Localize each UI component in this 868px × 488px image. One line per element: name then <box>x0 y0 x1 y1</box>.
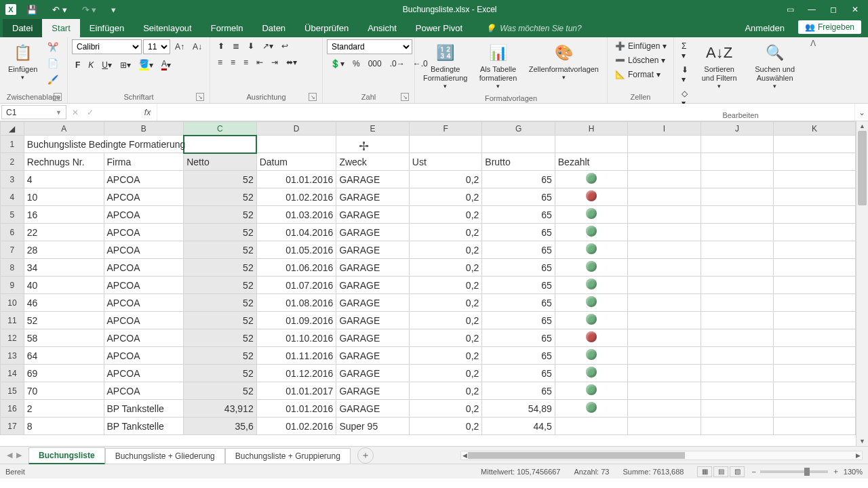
tab-home[interactable]: Start <box>42 19 79 37</box>
cell-F14[interactable]: 0,2 <box>409 365 481 382</box>
sort-filter-button[interactable]: A↓Z Sortieren und Filtern▾ <box>694 39 744 93</box>
cell-A12[interactable]: 58 <box>24 329 104 347</box>
cell-K11[interactable] <box>774 312 856 329</box>
cell-A9[interactable]: 40 <box>24 277 104 294</box>
cell-F13[interactable]: 0,2 <box>409 347 481 365</box>
row-header-14[interactable]: 14 <box>1 365 24 382</box>
cell-E8[interactable]: GARAGE <box>336 259 409 277</box>
cell-E17[interactable]: Super 95 <box>336 418 409 435</box>
orientation-button[interactable]: ↗▾ <box>259 39 277 53</box>
currency-button[interactable]: 💲▾ <box>327 57 348 70</box>
cell-G3[interactable]: 65 <box>482 171 555 188</box>
cell-D14[interactable]: 01.12.2016 <box>256 365 336 382</box>
tab-formulas[interactable]: Formeln <box>201 19 253 37</box>
cell-K5[interactable] <box>774 206 856 224</box>
cell-G16[interactable]: 54,89 <box>482 400 555 418</box>
qat-redo-button[interactable]: ↷ ▾ <box>79 3 100 17</box>
align-center-button[interactable]: ≡ <box>227 56 239 69</box>
align-top-button[interactable]: ⬆ <box>214 39 228 53</box>
cell-G15[interactable]: 65 <box>482 382 555 400</box>
cell-K1[interactable] <box>774 136 856 153</box>
cell-I6[interactable] <box>628 224 701 241</box>
cell-I12[interactable] <box>628 329 701 347</box>
cell-G7[interactable]: 65 <box>482 241 555 259</box>
sheet-tab-3[interactable]: Buchungsliste + Gruppierung <box>225 448 351 464</box>
cell-I17[interactable] <box>628 418 701 435</box>
cell-C11[interactable]: 52 <box>184 312 256 329</box>
cell-A6[interactable]: 22 <box>24 224 104 241</box>
cell-J7[interactable] <box>701 241 773 259</box>
align-middle-button[interactable]: ≣ <box>229 39 243 53</box>
cell-B11[interactable]: APCOA <box>104 312 184 329</box>
cell-I9[interactable] <box>628 277 701 294</box>
row-header-16[interactable]: 16 <box>1 400 24 418</box>
cell-A1[interactable]: Buchungsliste Bedingte Formatierung <box>24 136 104 153</box>
cell-I7[interactable] <box>628 241 701 259</box>
cell-K3[interactable] <box>774 171 856 188</box>
cell-A17[interactable]: 8 <box>24 418 104 435</box>
tab-file[interactable]: Datei <box>3 19 42 37</box>
qat-customize-button[interactable]: ▾ <box>108 3 119 17</box>
maximize-button[interactable]: ◻ <box>823 3 844 16</box>
column-header-D[interactable]: D <box>256 122 336 136</box>
cell-K10[interactable] <box>774 294 856 312</box>
horizontal-scrollbar[interactable]: ◀ ▶ <box>460 451 863 460</box>
format-painter-button[interactable]: 🖌️ <box>44 72 62 87</box>
fill-color-button[interactable]: 🪣▾ <box>136 57 157 73</box>
cell-A3[interactable]: 4 <box>24 171 104 188</box>
vertical-scroll-thumb[interactable] <box>858 131 867 205</box>
cell-B4[interactable]: APCOA <box>104 188 184 206</box>
row-header-15[interactable]: 15 <box>1 382 24 400</box>
cell-H15[interactable] <box>555 382 627 400</box>
cell-H11[interactable] <box>555 312 627 329</box>
cell-C9[interactable]: 52 <box>184 277 256 294</box>
cell-E11[interactable]: GARAGE <box>336 312 409 329</box>
cell-G17[interactable]: 44,5 <box>482 418 555 435</box>
cell-F9[interactable]: 0,2 <box>409 277 481 294</box>
cell-I15[interactable] <box>628 382 701 400</box>
alignment-dialog-launcher[interactable]: ↘ <box>309 93 317 101</box>
tab-review[interactable]: Überprüfen <box>295 19 358 37</box>
font-size-select[interactable]: 11 <box>143 39 170 54</box>
view-page-break-button[interactable]: ▧ <box>730 466 745 477</box>
clipboard-dialog-launcher[interactable]: ↘ <box>54 93 62 101</box>
cell-F1[interactable] <box>409 136 481 153</box>
row-header-13[interactable]: 13 <box>1 347 24 365</box>
tab-power-pivot[interactable]: Power Pivot <box>406 19 472 37</box>
cell-K13[interactable] <box>774 347 856 365</box>
cell-D11[interactable]: 01.09.2016 <box>256 312 336 329</box>
column-header-J[interactable]: J <box>701 122 773 136</box>
cell-F2[interactable]: Ust <box>409 153 481 171</box>
cell-K14[interactable] <box>774 365 856 382</box>
zoom-slider[interactable] <box>760 470 828 473</box>
select-all-button[interactable]: ◢ <box>1 122 24 136</box>
cell-K17[interactable] <box>774 418 856 435</box>
cell-D17[interactable]: 01.02.2016 <box>256 418 336 435</box>
column-header-B[interactable]: B <box>104 122 184 136</box>
minimize-button[interactable]: — <box>802 3 822 16</box>
column-header-A[interactable]: A <box>24 122 104 136</box>
cell-C15[interactable]: 52 <box>184 382 256 400</box>
cell-G10[interactable]: 65 <box>482 294 555 312</box>
scroll-down-button[interactable]: ▼ <box>856 436 868 446</box>
cell-E5[interactable]: GARAGE <box>336 206 409 224</box>
cell-K16[interactable] <box>774 400 856 418</box>
cell-H2[interactable]: Bezahlt <box>555 153 627 171</box>
name-box-dropdown-icon[interactable]: ▼ <box>56 109 62 116</box>
increase-indent-button[interactable]: ⇥ <box>268 56 281 69</box>
cell-B5[interactable]: APCOA <box>104 206 184 224</box>
cell-J12[interactable] <box>701 329 773 347</box>
cell-B7[interactable]: APCOA <box>104 241 184 259</box>
cell-H9[interactable] <box>555 277 627 294</box>
cell-B15[interactable]: APCOA <box>104 382 184 400</box>
tab-page-layout[interactable]: Seitenlayout <box>134 19 201 37</box>
cell-J13[interactable] <box>701 347 773 365</box>
cell-D8[interactable]: 01.06.2016 <box>256 259 336 277</box>
row-header-10[interactable]: 10 <box>1 294 24 312</box>
decrease-font-button[interactable]: A↓ <box>189 39 205 54</box>
cell-F16[interactable]: 0,2 <box>409 400 481 418</box>
column-header-I[interactable]: I <box>628 122 701 136</box>
cell-F5[interactable]: 0,2 <box>409 206 481 224</box>
cell-B14[interactable]: APCOA <box>104 365 184 382</box>
cell-H17[interactable] <box>555 418 627 435</box>
